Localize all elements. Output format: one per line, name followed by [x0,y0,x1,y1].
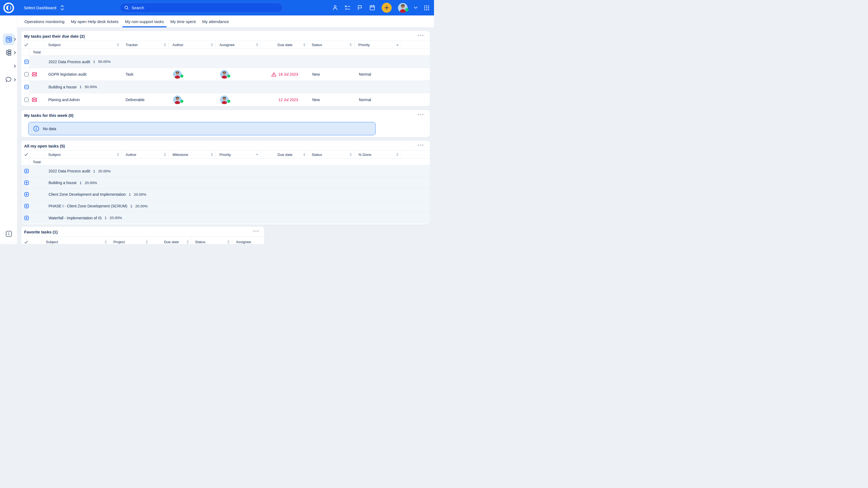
tab-my-attendance[interactable]: My attendance [202,15,229,27]
apps-grid-icon[interactable] [424,5,430,11]
dashboard-selector[interactable]: Select Dashboard [24,5,64,10]
select-all-header[interactable] [21,151,44,158]
sort-icon [396,153,399,156]
kebab-menu-icon[interactable] [418,144,424,146]
total-row: Total: [21,159,430,165]
quick-add-button[interactable] [382,3,392,13]
global-search[interactable] [120,3,283,13]
sort-icon [146,240,148,244]
info-icon [6,231,12,237]
tab-my-open-help-desk-tickets[interactable]: My open Help desk tickets [71,15,119,27]
group-count: 1 [93,169,95,173]
online-status-dot [180,74,183,77]
column-header-author[interactable]: Author [169,41,216,48]
expand-group-button[interactable] [24,204,29,208]
sidebar-item-dashboard[interactable] [0,33,18,45]
cell-author [169,68,216,80]
column-header-assignee[interactable]: Assignee [232,237,264,244]
collapse-group-button[interactable] [24,85,29,89]
sidebar-item-chat[interactable] [0,76,18,84]
column-header-due-date[interactable]: Due date [261,41,308,48]
group-count: 1 [105,216,107,220]
column-header-subject[interactable]: Subject [44,151,122,158]
column-header-author[interactable]: Author [122,151,169,158]
group-row[interactable]: Waterfall - Implementation of IS 1 20.00… [21,212,430,224]
sidebar-item-project-tree[interactable] [0,48,18,57]
group-name: Building a house [49,85,77,89]
column-header-subject[interactable]: Subject [42,237,110,244]
kebab-menu-icon[interactable] [253,230,259,232]
sort-icon [350,43,352,46]
user-icon[interactable] [332,5,338,11]
chat-icon [5,76,12,83]
expand-group-button[interactable] [24,216,29,220]
column-header-status[interactable]: Status [308,151,354,158]
chevron-right-icon [14,51,16,54]
column-header-priority[interactable]: Priority [216,151,261,158]
group-name: 2022 Data Process audit [49,169,90,173]
group-name: Waterfall - Implementation of IS [49,216,102,220]
tab-operations-monitoring[interactable]: Operations monitoring [24,15,65,27]
expand-group-button[interactable] [24,181,29,185]
column-header-status[interactable]: Status [308,41,354,48]
column-header-priority[interactable]: Priority [354,41,401,48]
column-header-due-date[interactable]: Due date [261,151,308,158]
group-percent: 50.00% [98,60,111,64]
panel-overdue-tasks: My tasks past their due date (2) Subject… [21,31,430,106]
kebab-menu-icon[interactable] [418,35,424,36]
group-row[interactable]: 2022 Data Process audit 1 50.00% [21,56,430,68]
group-row[interactable]: Client Zone Development and Implementati… [21,189,430,200]
group-row[interactable]: 2022 Data Process audit 1 20.00% [21,165,430,177]
row-checkbox[interactable] [24,72,29,76]
search-input[interactable] [131,6,262,10]
sidebar-item-more[interactable] [0,62,18,70]
app-logo-icon [3,2,14,13]
group-row[interactable]: Building a house 1 50.00% [21,81,430,93]
column-header-status[interactable]: Status [191,237,232,244]
cell-subject[interactable]: Planing and Admin [44,93,122,106]
unread-envelope-icon [32,98,37,102]
group-percent: 20.00% [110,216,122,220]
column-header-tracker[interactable]: Tracker [122,41,169,48]
column-header-due-date[interactable]: Due date [151,237,191,244]
search-icon [124,5,129,10]
group-row[interactable]: Building a house 1 20.00% [21,177,430,189]
collapse-group-button[interactable] [24,60,29,64]
sort-icon [211,43,213,46]
select-all-header[interactable] [21,237,42,244]
column-header-project[interactable]: Project [110,237,151,244]
expand-group-button[interactable] [24,192,29,197]
column-header-percent-done[interactable]: % Done [354,151,401,158]
sort-icon [164,153,166,156]
tasklist-icon[interactable] [344,5,351,11]
column-header-subject[interactable]: Subject [44,41,122,48]
column-header-milestone[interactable]: Milestone [169,151,216,158]
column-header-assignee[interactable]: Assignee [216,41,261,48]
task-row[interactable]: GDPR legislation audit Task 18 Jul 2023 [21,68,430,81]
cell-subject[interactable]: GDPR legislation audit [44,68,122,80]
tab-my-non-support-tasks[interactable]: My non-support tasks [125,15,164,27]
group-percent: 20.00% [98,169,111,173]
task-row[interactable]: Planing and Admin Deliverable 12 Jul 202… [21,93,430,106]
panel-title: Favorite tasks (1) [24,230,58,234]
app-logo[interactable] [0,0,18,15]
group-name: PHASE I - Client Zone Development (SCRUM… [49,204,127,208]
group-count: 1 [80,85,82,89]
calendar-icon[interactable] [369,5,375,11]
expand-group-button[interactable] [24,169,29,173]
group-row[interactable]: PHASE I - Client Zone Development (SCRUM… [21,200,430,212]
kebab-menu-icon[interactable] [418,114,424,115]
sort-icon [117,153,119,156]
flag-icon[interactable] [357,5,363,11]
cell-assignee [216,93,261,106]
sidebar-item-info[interactable] [0,230,18,238]
chevron-down-icon[interactable] [414,6,417,9]
tab-my-time-spent[interactable]: My time spent [170,15,195,27]
select-all-header[interactable] [21,41,44,48]
panel-all-open-tasks: All my open tasks (5) Subject Author Mil… [21,141,430,225]
cell-priority: Normal [354,93,401,106]
user-avatar[interactable] [398,3,408,13]
chevron-right-icon [14,38,16,41]
unread-envelope-icon [32,72,37,76]
row-checkbox[interactable] [24,98,29,102]
